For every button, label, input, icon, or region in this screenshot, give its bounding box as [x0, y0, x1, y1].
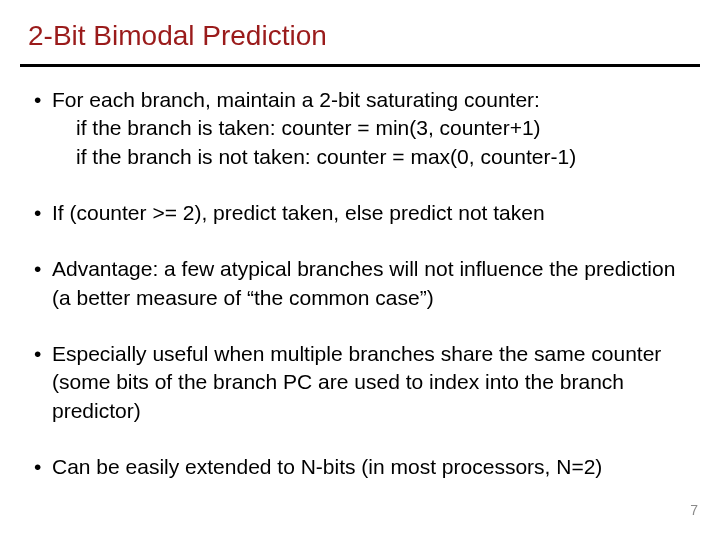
slide-title: 2-Bit Bimodal Prediction — [28, 20, 327, 52]
bullet-item: For each branch, maintain a 2-bit satura… — [34, 86, 684, 171]
bullet-item: Can be easily extended to N-bits (in mos… — [34, 453, 684, 481]
bullet-lead: Can be easily extended to N-bits (in mos… — [52, 455, 602, 478]
bullet-lead: For each branch, maintain a 2-bit satura… — [52, 88, 540, 111]
bullet-subline: if the branch is taken: counter = min(3,… — [52, 114, 684, 142]
bullet-item: Advantage: a few atypical branches will … — [34, 255, 684, 312]
bullet-lead: If (counter >= 2), predict taken, else p… — [52, 201, 545, 224]
bullet-lead: Especially useful when multiple branches… — [52, 342, 661, 422]
bullet-subline: if the branch is not taken: counter = ma… — [52, 143, 684, 171]
title-underline — [20, 64, 700, 67]
bullet-lead: Advantage: a few atypical branches will … — [52, 257, 675, 308]
bullet-item: If (counter >= 2), predict taken, else p… — [34, 199, 684, 227]
slide-body: For each branch, maintain a 2-bit satura… — [34, 86, 684, 481]
bullet-item: Especially useful when multiple branches… — [34, 340, 684, 425]
page-number: 7 — [690, 502, 698, 518]
slide: 2-Bit Bimodal Prediction For each branch… — [0, 0, 720, 540]
